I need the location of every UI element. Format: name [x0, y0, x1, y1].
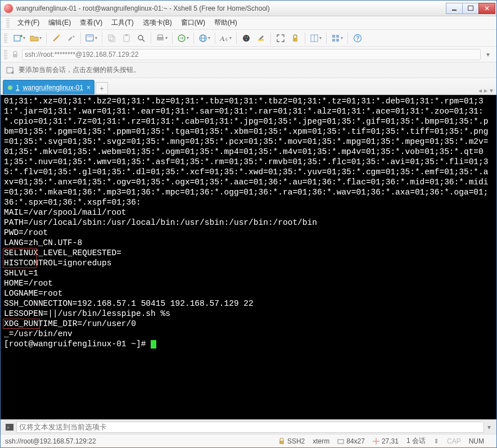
- chevron-down-icon: ▾: [39, 35, 42, 40]
- status-cursor-pos: 27,31: [373, 437, 399, 445]
- tile-button[interactable]: ▾: [329, 32, 345, 44]
- separator: [102, 33, 102, 44]
- svg-point-24: [246, 38, 247, 40]
- language-button[interactable]: ▾: [197, 32, 212, 44]
- properties-button[interactable]: ▾: [84, 32, 99, 44]
- copy-icon: [107, 34, 116, 43]
- tab-prev-button[interactable]: ◂: [478, 87, 482, 94]
- status-num: NUM: [469, 437, 484, 445]
- status-size: 84x27: [337, 437, 365, 445]
- lock-icon: [291, 34, 300, 43]
- separator: [151, 33, 151, 44]
- svg-point-21: [243, 35, 250, 42]
- disconnect-button[interactable]: [64, 32, 78, 44]
- address-dropdown[interactable]: ▾: [483, 49, 493, 60]
- font-button[interactable]: AA▾: [218, 32, 233, 44]
- address-text: ssh://root:********@192.168.57.129:22: [25, 51, 138, 58]
- open-session-button[interactable]: ▾: [28, 32, 43, 44]
- tab-menu-button[interactable]: ▾: [490, 87, 493, 94]
- chevron-down-icon: ▾: [319, 35, 322, 40]
- separator: [193, 33, 194, 44]
- separator: [347, 33, 348, 44]
- separator: [270, 33, 271, 44]
- help-button[interactable]: ?: [351, 32, 364, 44]
- svg-point-4: [58, 34, 60, 37]
- palette-icon: [242, 34, 251, 43]
- separator: [236, 33, 237, 44]
- reconnect-button[interactable]: [49, 32, 63, 44]
- separator: [80, 33, 81, 44]
- status-ssh: SSH2: [278, 437, 305, 445]
- layout-icon: [310, 34, 319, 43]
- size-icon: [337, 438, 344, 445]
- print-button[interactable]: ▾: [154, 32, 169, 44]
- menu-bar: 文件(F) 编辑(E) 查看(V) 工具(T) 选项卡(B) 窗口(W) 帮助(…: [1, 16, 496, 30]
- lock-icon: [278, 438, 285, 445]
- printer-icon: [156, 34, 165, 43]
- globe-icon: [198, 34, 207, 43]
- status-cap: CAP: [447, 437, 461, 445]
- status-sessions: 1 会话: [406, 436, 426, 446]
- status-dot-icon: [8, 85, 12, 90]
- lock-button[interactable]: [288, 32, 302, 44]
- menu-tools[interactable]: 工具(T): [107, 16, 138, 29]
- highlight-button[interactable]: [254, 32, 268, 44]
- grip-icon: [6, 19, 10, 28]
- window-titlebar: wangruifenglinux-01 - root@wangruifengli…: [1, 1, 496, 16]
- find-button[interactable]: [134, 32, 148, 44]
- xftp-button[interactable]: ▾: [175, 32, 191, 44]
- copy-button[interactable]: [105, 32, 119, 44]
- minimize-button[interactable]: [446, 3, 463, 14]
- address-input[interactable]: ssh://root:********@192.168.57.129:22: [22, 49, 481, 60]
- send-dropdown[interactable]: ▾: [487, 423, 491, 431]
- add-session-icon[interactable]: [6, 66, 15, 75]
- svg-text:>: >: [7, 425, 10, 430]
- terminal-output: 01;31:*.xz=01;31:*.bz2=01;31:*.bz=01;31:…: [4, 97, 488, 338]
- close-button[interactable]: ✕: [478, 3, 495, 14]
- send-command-bar: > ▾: [1, 419, 496, 434]
- svg-rect-32: [336, 39, 339, 42]
- menu-view[interactable]: 查看(V): [75, 16, 107, 29]
- terminal[interactable]: 01;31:*.xz=01;31:*.bz2=01;31:*.bz=01;31:…: [1, 95, 496, 419]
- hint-bar: 要添加当前会话，点击左侧的箭头按钮。: [1, 62, 496, 78]
- menu-window[interactable]: 窗口(W): [177, 16, 210, 29]
- menu-tab[interactable]: 选项卡(B): [138, 16, 177, 29]
- position-icon: [373, 438, 379, 445]
- layout-button[interactable]: ▾: [308, 32, 323, 44]
- svg-rect-30: [336, 35, 339, 38]
- svg-rect-29: [332, 35, 335, 38]
- paste-button[interactable]: [120, 32, 133, 44]
- separator: [172, 33, 173, 44]
- chevron-down-icon: ▾: [23, 35, 25, 40]
- menu-file[interactable]: 文件(F): [13, 16, 44, 29]
- tab-nav: ◂ ▸ ▾: [478, 87, 496, 94]
- chevron-down-icon: ▾: [229, 35, 232, 40]
- new-session-button[interactable]: ▾: [12, 32, 27, 44]
- svg-text:A: A: [220, 34, 224, 43]
- color-scheme-button[interactable]: [240, 32, 253, 44]
- grid-icon: [331, 34, 340, 43]
- grip-icon: [4, 34, 7, 43]
- menu-edit[interactable]: 编辑(E): [44, 16, 75, 29]
- status-updown: ⬍: [433, 437, 439, 445]
- fullscreen-icon: [276, 34, 285, 43]
- close-tab-button[interactable]: ×: [87, 84, 91, 92]
- maximize-button[interactable]: [462, 3, 479, 14]
- svg-point-11: [138, 35, 143, 40]
- send-command-input[interactable]: [16, 422, 484, 433]
- separator: [215, 33, 215, 44]
- chevron-down-icon: ▾: [95, 35, 97, 40]
- status-connection: ssh://root@192.168.57.129:22: [5, 437, 96, 445]
- wand-icon: [52, 34, 61, 43]
- menu-help[interactable]: 帮助(H): [210, 16, 242, 29]
- fullscreen-button[interactable]: [274, 32, 287, 44]
- hint-text: 要添加当前会话，点击左侧的箭头按钮。: [19, 65, 140, 75]
- annotation-box: [3, 248, 37, 268]
- svg-text:A: A: [224, 37, 228, 42]
- new-tab-button[interactable]: ＋: [96, 82, 108, 94]
- session-tab[interactable]: 1 wangruifenglinux-01 ×: [3, 80, 94, 94]
- window-controls: ✕: [446, 3, 495, 14]
- svg-rect-26: [293, 38, 297, 42]
- cursor-icon: [151, 340, 156, 349]
- tab-next-button[interactable]: ▸: [484, 87, 487, 94]
